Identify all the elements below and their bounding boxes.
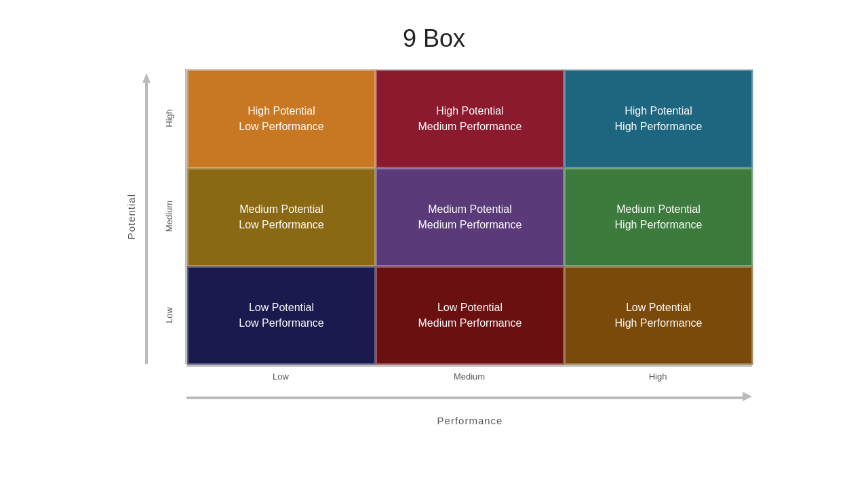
cell-high-low: High PotentialLow Performance bbox=[187, 70, 376, 168]
y-axis-wrapper: Potential High Medium Low bbox=[121, 69, 186, 364]
x-section-medium: Medium bbox=[375, 365, 564, 386]
cell-low-med: Low PotentialMedium Performance bbox=[376, 266, 564, 365]
page-title: 9 Box bbox=[403, 24, 465, 53]
nine-box-chart: Potential High Medium Low High Potential… bbox=[121, 69, 753, 430]
cell-low-high: Low PotentialHigh Performance bbox=[564, 266, 753, 365]
svg-rect-1 bbox=[145, 83, 148, 364]
y-section-high-label: High bbox=[164, 109, 174, 127]
svg-rect-2 bbox=[186, 396, 743, 399]
x-section-low-label: Low bbox=[273, 371, 289, 382]
x-section-high-label: High bbox=[649, 371, 667, 382]
y-axis-label-container: Potential bbox=[121, 69, 140, 364]
cell-med-high: Medium PotentialHigh Performance bbox=[564, 168, 753, 266]
y-axis-sections: High Medium Low bbox=[153, 69, 186, 364]
x-axis-arrow-row bbox=[186, 388, 752, 407]
y-section-medium: Medium bbox=[153, 167, 186, 266]
x-section-medium-label: Medium bbox=[454, 371, 485, 382]
y-section-low-label: Low bbox=[164, 307, 174, 323]
x-section-high: High bbox=[564, 365, 752, 386]
y-section-medium-label: Medium bbox=[164, 201, 174, 232]
y-axis-label: Potential bbox=[125, 194, 137, 239]
cell-med-low: Medium PotentialLow Performance bbox=[187, 168, 376, 266]
x-sections: Low Medium High bbox=[186, 365, 752, 386]
x-axis-arrow-svg bbox=[186, 392, 752, 404]
cell-low-low: Low PotentialLow Performance bbox=[187, 266, 376, 365]
cell-high-med: High PotentialMedium Performance bbox=[376, 70, 564, 168]
x-axis-label-row: Performance bbox=[186, 410, 753, 430]
svg-marker-0 bbox=[142, 73, 151, 83]
y-section-high: High bbox=[153, 69, 186, 167]
cell-high-high: High PotentialHigh Performance bbox=[564, 70, 753, 168]
x-axis-label: Performance bbox=[437, 415, 503, 426]
y-axis-arrow-svg bbox=[140, 69, 153, 364]
y-section-low: Low bbox=[153, 266, 186, 364]
x-section-low: Low bbox=[186, 365, 375, 386]
cell-med-med: Medium PotentialMedium Performance bbox=[376, 168, 564, 266]
grid-wrapper: High PotentialLow PerformanceHigh Potent… bbox=[186, 69, 753, 430]
nine-box-grid: High PotentialLow PerformanceHigh Potent… bbox=[186, 69, 753, 365]
svg-marker-3 bbox=[743, 392, 752, 401]
